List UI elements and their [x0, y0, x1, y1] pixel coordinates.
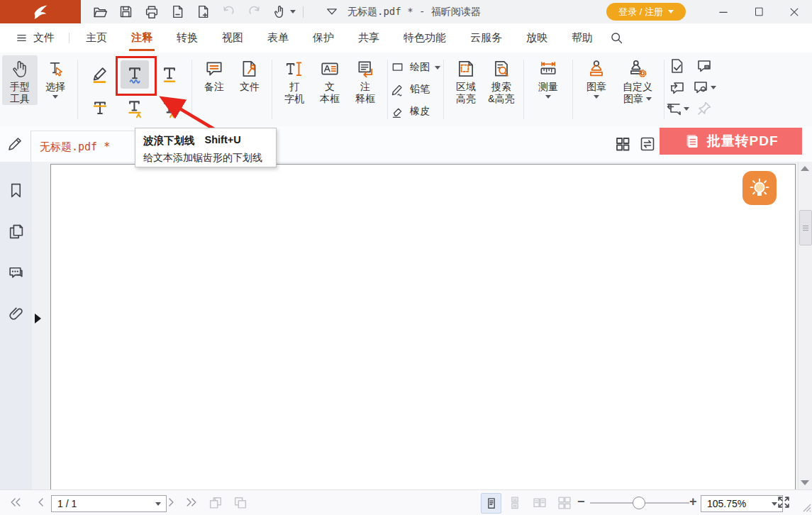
foxit-logo[interactable] — [0, 0, 81, 23]
tab-comment[interactable]: 注释 — [119, 23, 165, 52]
note-annotation-button[interactable]: 备注 — [196, 55, 232, 93]
stamp-button[interactable]: 图章 — [577, 55, 616, 99]
bookmarks-panel-button[interactable] — [7, 182, 25, 199]
open-file-button[interactable] — [92, 4, 108, 20]
summarize-comments-button[interactable] — [669, 57, 686, 74]
facing-view-button[interactable] — [530, 493, 549, 512]
insert-text-tool-button[interactable] — [155, 94, 184, 122]
next-view-button[interactable] — [233, 495, 248, 511]
export-comments-button[interactable] — [665, 100, 689, 117]
navigation-sidebar — [0, 162, 32, 489]
custom-stamp-button[interactable]: 自定义图章 — [616, 55, 660, 105]
highlight-tool-button[interactable] — [86, 60, 114, 89]
comments-panel-button[interactable] — [7, 264, 25, 282]
tips-lightbulb-button[interactable] — [743, 171, 777, 205]
print-button[interactable] — [144, 4, 160, 20]
tab-share[interactable]: 共享 — [346, 23, 391, 52]
save-button[interactable] — [118, 4, 133, 19]
scroll-up-arrow[interactable] — [801, 166, 809, 171]
underline-tool-button[interactable] — [155, 60, 184, 89]
squiggly-underline-tool-button[interactable] — [121, 60, 149, 89]
panel-expand-handle[interactable] — [35, 314, 41, 323]
tab-cloud[interactable]: 云服务 — [458, 23, 514, 52]
tab-help[interactable]: 帮助 — [560, 23, 605, 52]
zoom-slider-knob[interactable] — [633, 497, 645, 509]
hand-select-button[interactable] — [272, 4, 296, 19]
document-tab[interactable]: 无标题.pdf * — [30, 131, 143, 162]
pencil-icon — [391, 82, 405, 96]
tab-grid-view-icon[interactable] — [614, 135, 631, 153]
resize-grip[interactable] — [801, 502, 811, 515]
file-attachment-annotation-button[interactable]: 文件 — [232, 55, 267, 93]
search-icon[interactable] — [609, 31, 624, 45]
redo-button[interactable] — [247, 4, 262, 19]
zoom-in-button[interactable]: + — [689, 494, 697, 509]
document-tab-bar: 无标题.pdf * 批量转PDF — [0, 126, 812, 162]
vertical-scrollbar[interactable] — [798, 162, 812, 489]
insert-text-icon — [159, 97, 180, 118]
login-register-button[interactable]: 登录 / 注册 — [606, 3, 686, 21]
typewriter-button[interactable]: 打字机 — [277, 55, 312, 105]
annotation-note-button[interactable] — [696, 57, 713, 74]
scroll-down-arrow[interactable] — [801, 480, 809, 485]
continuous-view-button[interactable] — [505, 493, 524, 512]
import-comments-button[interactable] — [669, 79, 686, 96]
pdf-page[interactable] — [50, 164, 796, 499]
squiggly-underline-icon — [124, 64, 145, 85]
attachments-panel-button[interactable] — [7, 305, 25, 323]
pages-panel-button[interactable] — [7, 223, 25, 240]
search-highlight-button[interactable]: 搜索&高亮 — [484, 55, 519, 105]
stamp-icon — [586, 59, 606, 79]
page-number-combobox[interactable]: 1 / 1 — [51, 495, 167, 512]
eraser-button[interactable]: 橡皮 — [391, 101, 440, 122]
measure-caret — [545, 95, 551, 99]
tab-view[interactable]: 视图 — [210, 23, 255, 52]
edit-document-icon[interactable] — [6, 135, 23, 153]
textbox-button[interactable]: 文本框 — [312, 55, 347, 105]
title-bar: 无标题.pdf * - 福昕阅读器 登录 / 注册 — [0, 0, 812, 23]
tab-present[interactable]: 放映 — [514, 23, 560, 52]
fullscreen-button[interactable] — [776, 494, 791, 510]
replace-text-tool-button[interactable] — [121, 94, 149, 122]
single-page-view-button[interactable] — [481, 493, 501, 514]
tab-convert[interactable]: 转换 — [165, 23, 210, 52]
menu-file[interactable]: 文件 — [0, 31, 69, 45]
zoom-slider[interactable] — [590, 502, 689, 504]
undo-button[interactable] — [221, 4, 236, 19]
tab-form[interactable]: 表单 — [255, 23, 301, 52]
facing-continuous-view-button[interactable] — [555, 493, 574, 512]
next-page-button[interactable] — [164, 495, 178, 509]
area-highlight-button[interactable]: 区域高亮 — [448, 55, 484, 105]
maximize-button[interactable] — [741, 0, 777, 23]
strikeout-icon — [89, 97, 111, 118]
tab-switch-icon[interactable] — [639, 135, 656, 153]
measure-button[interactable]: 测量 — [528, 55, 568, 99]
comment-settings-button[interactable] — [692, 79, 716, 96]
first-page-button[interactable] — [9, 495, 23, 509]
page-combo-caret — [155, 502, 161, 506]
scrollbar-thumb[interactable] — [799, 210, 812, 245]
last-page-button[interactable] — [184, 495, 199, 509]
batch-convert-pdf-button[interactable]: 批量转PDF — [660, 128, 802, 155]
toolbar-chevron-icon[interactable] — [325, 5, 339, 19]
drawing-button[interactable]: 绘图 — [391, 57, 440, 78]
close-document-button[interactable] — [170, 4, 185, 19]
textbox-icon — [320, 59, 340, 79]
pencil-button[interactable]: 铅笔 — [391, 79, 440, 100]
main-area — [0, 162, 812, 489]
tab-protect[interactable]: 保护 — [301, 23, 346, 52]
previous-view-button[interactable] — [208, 495, 223, 511]
strikeout-tool-button[interactable] — [86, 94, 114, 122]
zoom-level-combobox[interactable]: 105.75% — [701, 495, 783, 512]
close-button[interactable] — [777, 0, 812, 23]
minimize-button[interactable] — [706, 0, 741, 23]
hand-tool-button[interactable]: 手型工具 — [2, 55, 38, 105]
tab-home[interactable]: 主页 — [74, 23, 119, 52]
keep-tool-pin-button[interactable] — [696, 100, 713, 117]
new-document-button[interactable] — [196, 4, 211, 19]
select-tool-button[interactable]: 选择 — [38, 55, 73, 99]
callout-button[interactable]: 注释框 — [347, 55, 383, 105]
zoom-out-button[interactable]: − — [577, 494, 585, 509]
tab-features[interactable]: 特色功能 — [391, 23, 458, 52]
previous-page-button[interactable] — [34, 495, 48, 509]
